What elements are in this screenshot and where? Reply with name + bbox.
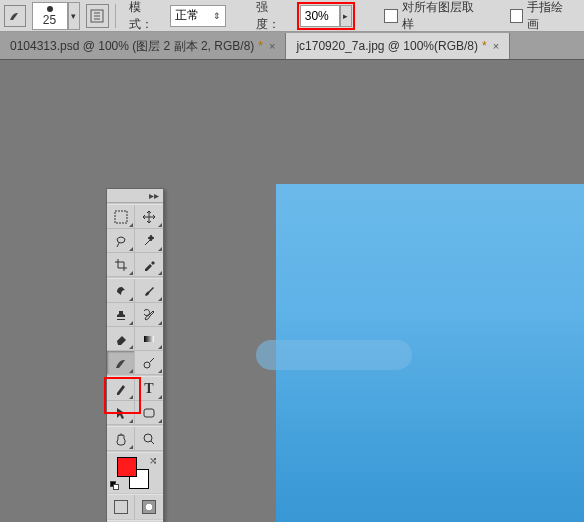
hand-tool[interactable] [107, 427, 135, 451]
arrow-icon [114, 406, 128, 420]
sample-all-layers-checkbox[interactable]: 对所有图层取样 [384, 0, 484, 33]
svg-point-5 [144, 434, 152, 442]
gradient-icon [142, 332, 156, 346]
shape-icon [142, 406, 156, 420]
brush-panel-icon [89, 8, 105, 24]
brush-icon [142, 284, 156, 298]
quick-mask-button[interactable] [135, 495, 163, 519]
document-tab[interactable]: jc170920_7a.jpg @ 100%(RGB/8) * × [286, 33, 510, 59]
foreground-color-swatch[interactable] [117, 457, 137, 477]
mode-select[interactable]: 正常 ⇕ [170, 5, 226, 27]
strength-dropdown[interactable]: ▸ [340, 5, 352, 27]
strength-highlight: 30% ▸ [297, 2, 355, 30]
move-tool[interactable] [135, 205, 163, 229]
eyedropper-tool[interactable] [135, 253, 163, 277]
shape-tool[interactable] [135, 401, 163, 425]
tab-dirty-indicator: * [258, 39, 263, 53]
finger-painting-checkbox[interactable]: 手指绘画 [510, 0, 574, 33]
stamp-icon [114, 308, 128, 322]
hand-icon [114, 432, 128, 446]
type-icon: T [144, 381, 153, 397]
finger-paint-label: 手指绘画 [527, 0, 574, 33]
dodge-icon [142, 356, 156, 370]
color-swatches[interactable]: ⤭ [107, 453, 163, 493]
gradient-tool[interactable] [135, 327, 163, 351]
move-icon [142, 210, 156, 224]
workspace: ▸▸ [0, 60, 584, 522]
document-canvas[interactable] [276, 184, 584, 522]
brush-panel-toggle[interactable] [86, 4, 109, 28]
canvas-shape [256, 340, 412, 370]
smudge-tool[interactable] [107, 351, 135, 375]
type-tool[interactable]: T [135, 377, 163, 401]
close-icon[interactable]: × [269, 40, 275, 52]
eyedropper-icon [142, 258, 156, 272]
zoom-tool[interactable] [135, 427, 163, 451]
crop-tool[interactable] [107, 253, 135, 277]
lasso-icon [114, 234, 128, 248]
healing-icon [114, 284, 128, 298]
document-tab[interactable]: 0104313.psd @ 100% (图层 2 副本 2, RGB/8) * … [0, 33, 286, 59]
brush-preset-picker[interactable]: 25 [32, 2, 68, 30]
mode-value: 正常 [175, 7, 199, 24]
marquee-icon [114, 210, 128, 224]
collapse-icon: ▸▸ [149, 190, 159, 201]
quick-mask-icon [142, 500, 156, 514]
mode-label: 模式： [129, 0, 164, 33]
magic-wand-tool[interactable] [135, 229, 163, 253]
svg-point-3 [144, 362, 150, 368]
options-bar: 25 ▾ 模式： 正常 ⇕ 强度： 30% ▸ 对所有图层取样 手指绘画 [0, 0, 584, 32]
brush-dropdown-button[interactable]: ▾ [68, 2, 80, 30]
tools-panel-header[interactable]: ▸▸ [107, 189, 163, 203]
svg-rect-2 [144, 336, 154, 342]
history-brush-tool[interactable] [135, 303, 163, 327]
eraser-tool[interactable] [107, 327, 135, 351]
magic-wand-icon [142, 234, 156, 248]
dodge-tool[interactable] [135, 351, 163, 375]
pen-icon [114, 382, 128, 396]
path-selection-tool[interactable] [107, 401, 135, 425]
marquee-tool[interactable] [107, 205, 135, 229]
strength-value: 30% [305, 9, 329, 23]
default-colors-icon[interactable] [110, 481, 120, 491]
lasso-tool[interactable] [107, 229, 135, 253]
checkbox-icon [384, 9, 398, 23]
standard-mode-icon [114, 500, 128, 514]
chevron-down-icon: ⇕ [213, 11, 221, 21]
close-icon[interactable]: × [493, 40, 499, 52]
stamp-tool[interactable] [107, 303, 135, 327]
strength-label: 强度： [256, 0, 291, 33]
smudge-icon [113, 355, 129, 371]
tool-preset-picker[interactable] [4, 5, 26, 27]
crop-icon [114, 258, 128, 272]
checkbox-icon [510, 9, 524, 23]
brush-size-label: 25 [43, 13, 56, 27]
tools-panel: ▸▸ [106, 188, 164, 522]
standard-mode-button[interactable] [107, 495, 135, 519]
svg-rect-1 [115, 211, 127, 223]
tab-dirty-indicator: * [482, 39, 487, 53]
strength-input[interactable]: 30% [300, 5, 340, 27]
svg-rect-4 [144, 409, 154, 417]
zoom-icon [142, 432, 156, 446]
swap-colors-icon[interactable]: ⤭ [149, 455, 157, 466]
healing-brush-tool[interactable] [107, 279, 135, 303]
history-brush-icon [142, 308, 156, 322]
tab-label: 0104313.psd @ 100% (图层 2 副本 2, RGB/8) [10, 38, 254, 55]
document-tabs: 0104313.psd @ 100% (图层 2 副本 2, RGB/8) * … [0, 32, 584, 60]
smudge-icon [8, 9, 22, 23]
eraser-icon [114, 332, 128, 346]
tab-label: jc170920_7a.jpg @ 100%(RGB/8) [296, 39, 478, 53]
sample-all-label: 对所有图层取样 [402, 0, 484, 33]
pen-tool[interactable] [107, 377, 135, 401]
brush-tool[interactable] [135, 279, 163, 303]
